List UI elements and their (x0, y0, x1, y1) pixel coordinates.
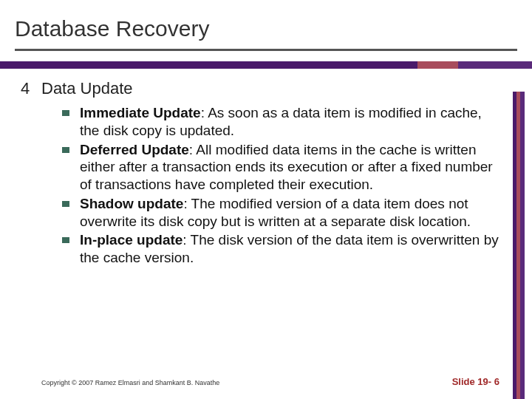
square-bullet-icon (62, 110, 69, 116)
bullet-term: Immediate Update (80, 105, 201, 120)
slide-number: Slide 19- 6 (452, 376, 511, 387)
bullet-term: Deferred Update (80, 142, 189, 157)
list-item: In-place update: The disk version of the… (62, 231, 504, 267)
title-block: Database Recovery (0, 0, 532, 44)
accent-band (0, 61, 532, 69)
list-item: Immediate Update: As soon as a data item… (62, 104, 504, 140)
bullet-term: Shadow update (80, 196, 183, 211)
content-area: 4 Data Update Immediate Update: As soon … (0, 69, 532, 267)
bullet-text: Deferred Update: All modified data items… (80, 141, 504, 194)
page-title: Database Recovery (15, 16, 517, 41)
band-seg-rose (417, 61, 458, 69)
square-bullet-icon (62, 147, 69, 153)
slide: Database Recovery 4 Data Update Immediat… (0, 0, 532, 399)
right-stripe (513, 92, 525, 399)
bullet-term: In-place update (80, 232, 183, 248)
list-item: Shadow update: The modified version of a… (62, 195, 504, 231)
footer: Copyright © 2007 Ramez Elmasri and Shamk… (0, 376, 532, 387)
bullet-text: Immediate Update: As soon as a data item… (80, 104, 504, 140)
section-number: 4 (21, 79, 41, 98)
bullet-text: Shadow update: The modified version of a… (80, 195, 504, 231)
title-rule (15, 49, 517, 51)
bullet-list: Immediate Update: As soon as a data item… (21, 104, 511, 267)
bullet-text: In-place update: The disk version of the… (80, 231, 504, 267)
section-row: 4 Data Update (21, 79, 511, 98)
section-heading: Data Update (41, 79, 133, 98)
list-item: Deferred Update: All modified data items… (62, 141, 504, 194)
copyright-text: Copyright © 2007 Ramez Elmasri and Shamk… (41, 379, 219, 386)
square-bullet-icon (62, 201, 69, 207)
stripe-violet (520, 92, 525, 399)
square-bullet-icon (62, 237, 69, 243)
band-seg-purple (0, 61, 417, 69)
band-seg-violet (458, 61, 532, 69)
